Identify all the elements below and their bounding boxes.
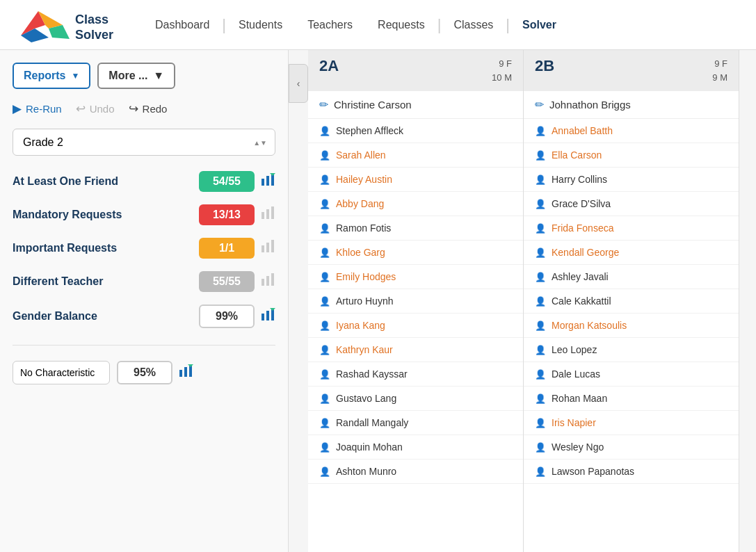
reports-label: Reports — [24, 70, 65, 82]
nav-classes[interactable]: Classes — [441, 0, 506, 50]
more-button[interactable]: More ... ▼ — [97, 63, 175, 89]
student-icon: 👤 — [319, 296, 330, 307]
student-row[interactable]: 👤Ashton Munro — [308, 460, 523, 484]
char-chart-icon[interactable] — [178, 363, 193, 382]
student-icon: 👤 — [535, 199, 546, 209]
student-icon: 👤 — [319, 174, 330, 185]
student-row[interactable]: 👤Ramon Fotis — [308, 216, 523, 241]
student-row[interactable]: 👤Dale Lucas — [524, 362, 739, 387]
metric-right-2: 1/1 — [199, 238, 275, 259]
rerun-label: Re-Run — [26, 103, 62, 115]
metric-chart-icon-4[interactable] — [260, 307, 275, 326]
student-row[interactable]: 👤Khloe Garg — [308, 241, 523, 265]
student-icon: 👤 — [319, 272, 330, 282]
rerun-button[interactable]: ▶ Re-Run — [13, 102, 62, 116]
student-row[interactable]: 👤Emily Hodges — [308, 265, 523, 289]
student-row[interactable]: 👤Iyana Kang — [308, 314, 523, 338]
edit-icon-1[interactable]: ✏ — [535, 98, 544, 111]
grade-select[interactable]: Grade 2 Grade 3 Grade 4 — [13, 129, 275, 156]
student-row[interactable]: 👤Rohan Maan — [524, 387, 739, 411]
student-name: Ashton Munro — [336, 466, 396, 477]
student-row[interactable]: 👤Cale Kakkattil — [524, 289, 739, 314]
collapse-button[interactable]: ‹ — [289, 64, 308, 103]
metric-badge-1: 13/13 — [199, 204, 255, 225]
nav-requests[interactable]: Requests — [365, 0, 437, 50]
metric-row-2: Important Requests1/1 — [13, 238, 275, 259]
student-name: Iris Napier — [552, 417, 596, 428]
edit-icon-0[interactable]: ✏ — [319, 98, 328, 111]
student-row[interactable]: 👤Kendall George — [524, 241, 739, 265]
student-name: Arturo Huynh — [336, 295, 393, 307]
student-name: Hailey Austin — [336, 174, 392, 185]
redo-button[interactable]: ↪ Redo — [129, 102, 168, 116]
teacher-row-1: ✏Johnathon Briggs — [524, 91, 739, 119]
undo-icon: ↩ — [76, 102, 86, 116]
student-name: Khloe Garg — [336, 247, 385, 258]
reports-button[interactable]: Reports ▼ — [13, 63, 90, 89]
nav-teachers[interactable]: Teachers — [295, 0, 365, 50]
reports-chevron: ▼ — [71, 71, 79, 81]
student-icon: 👤 — [319, 223, 330, 234]
student-row[interactable]: 👤Leo Lopez — [524, 338, 739, 362]
student-row[interactable]: 👤Rashad Kayssar — [308, 362, 523, 387]
logo[interactable]: Class Solver — [14, 4, 122, 46]
student-row[interactable]: 👤Randall Mangaly — [308, 411, 523, 435]
svg-text:Solver: Solver — [75, 28, 113, 42]
student-row[interactable]: 👤Hailey Austin — [308, 168, 523, 192]
student-name: Iyana Kang — [336, 320, 385, 331]
metric-chart-icon-1[interactable] — [260, 205, 275, 225]
grade-select-wrap: Grade 2 Grade 3 Grade 4 — [13, 129, 275, 156]
student-row[interactable]: 👤Frida Fonseca — [524, 216, 739, 241]
play-icon: ▶ — [13, 102, 22, 116]
char-select[interactable]: No Characteristic — [13, 361, 110, 384]
class-stats-0: 9 F 10 M — [492, 57, 512, 84]
student-name: Rashad Kayssar — [336, 368, 408, 380]
student-icon: 👤 — [319, 393, 330, 404]
student-name: Annabel Batth — [552, 125, 613, 136]
student-name: Harry Collins — [552, 174, 607, 185]
student-name: Ella Carson — [552, 149, 602, 161]
student-icon: 👤 — [319, 345, 330, 355]
student-icon: 👤 — [535, 369, 546, 380]
student-icon: 👤 — [535, 466, 546, 477]
student-row[interactable]: 👤Morgan Katsoulis — [524, 314, 739, 338]
student-name: Rohan Maan — [552, 393, 607, 404]
student-row[interactable]: 👤Sarah Allen — [308, 143, 523, 168]
student-row[interactable]: 👤Harry Collins — [524, 168, 739, 192]
student-row[interactable]: 👤Grace D'Silva — [524, 192, 739, 216]
student-row[interactable]: 👤Stephen Affleck — [308, 119, 523, 143]
student-row[interactable]: 👤Arturo Huynh — [308, 289, 523, 314]
metric-chart-icon-2[interactable] — [260, 238, 275, 258]
metric-right-1: 13/13 — [199, 204, 275, 225]
student-row[interactable]: 👤Iris Napier — [524, 411, 739, 435]
student-list-1: 👤Annabel Batth👤Ella Carson👤Harry Collins… — [524, 119, 739, 552]
student-row[interactable]: 👤Joaquin Mohan — [308, 435, 523, 460]
student-row[interactable]: 👤Ella Carson — [524, 143, 739, 168]
svg-rect-12 — [271, 206, 274, 219]
student-name: Wesley Ngo — [552, 441, 604, 453]
navbar: Class Solver Dashboard | Students Teache… — [0, 0, 756, 50]
student-name: Morgan Katsoulis — [552, 320, 627, 331]
nav-solver[interactable]: Solver — [510, 0, 569, 50]
student-icon: 👤 — [535, 174, 546, 185]
nav-dashboard[interactable]: Dashboard — [143, 0, 222, 50]
student-row[interactable]: 👤Lawson Papanotas — [524, 460, 739, 484]
student-icon: 👤 — [535, 272, 546, 282]
student-row[interactable]: 👤Ashley Javali — [524, 265, 739, 289]
svg-marker-9 — [270, 173, 275, 176]
student-row[interactable]: 👤Gustavo Lang — [308, 387, 523, 411]
student-icon: 👤 — [535, 320, 546, 331]
classes-area: 2A9 F 10 M✏Christine Carson👤Stephen Affl… — [308, 50, 756, 552]
student-name: Joaquin Mohan — [336, 441, 403, 453]
student-row[interactable]: 👤Kathryn Kaur — [308, 338, 523, 362]
student-row[interactable]: 👤Abby Dang — [308, 192, 523, 216]
metric-chart-icon-3[interactable] — [260, 272, 275, 291]
student-row[interactable]: 👤Wesley Ngo — [524, 435, 739, 460]
student-icon: 👤 — [535, 247, 546, 258]
redo-label: Redo — [143, 103, 168, 115]
nav-students[interactable]: Students — [226, 0, 295, 50]
student-row[interactable]: 👤Annabel Batth — [524, 119, 739, 143]
student-list-0: 👤Stephen Affleck👤Sarah Allen👤Hailey Aust… — [308, 119, 523, 552]
undo-button[interactable]: ↩ Undo — [76, 102, 115, 116]
metric-chart-icon-0[interactable] — [260, 172, 275, 191]
